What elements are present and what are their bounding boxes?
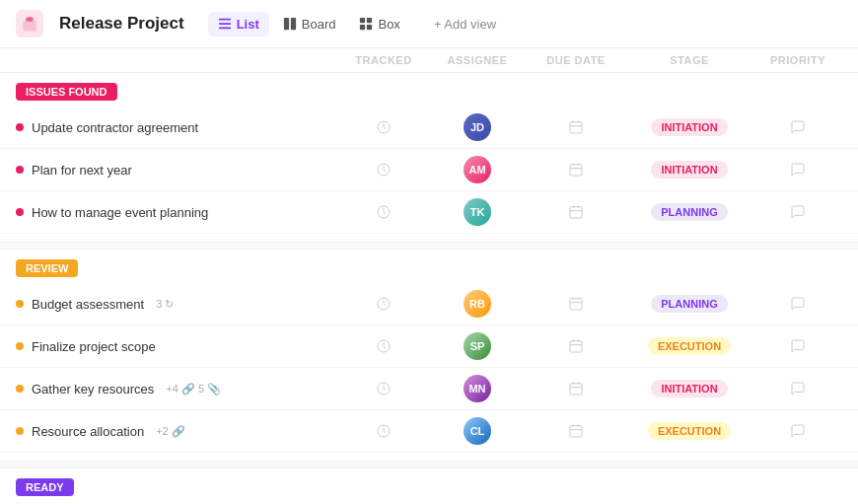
priority-cell [753, 162, 842, 178]
task-label: Gather key resources [32, 382, 154, 396]
task-label: How to manage event planning [32, 205, 208, 220]
due-date-cell [527, 381, 625, 396]
section-badge-ready: READY [16, 478, 74, 496]
svg-rect-5 [284, 18, 289, 30]
task-meta: +2 🔗 [156, 425, 185, 438]
stage-cell: INITIATION [625, 161, 753, 179]
main-content: ISSUES FOUND Update contractor agreement… [0, 73, 858, 504]
table-row[interactable]: Update contractor agreement JD INITIATIO… [0, 107, 858, 149]
table-row[interactable]: Finalize project scope SP EXECUTION [0, 325, 858, 368]
tracked-cell [339, 296, 428, 312]
dot-icon [16, 342, 24, 350]
due-date-cell [527, 338, 625, 354]
task-name: How to manage event planning [16, 205, 339, 220]
header: Release Project List Board Box + Add vie… [0, 0, 858, 48]
assignee-cell: RB [428, 290, 527, 318]
stage-cell: PLANNING [625, 203, 753, 221]
stage-badge: EXECUTION [648, 422, 731, 440]
tracked-cell [339, 381, 428, 396]
table-row[interactable]: Budget assessment 3 ↻ RB PLANNING [0, 283, 858, 325]
tab-list-label: List [237, 17, 259, 32]
section-header-issues: ISSUES FOUND [0, 73, 858, 107]
svg-rect-9 [360, 25, 365, 30]
priority-cell [753, 381, 842, 396]
table-row[interactable]: How to manage event planning TK PLANNING [0, 191, 858, 234]
svg-rect-2 [219, 19, 231, 21]
assignee-cell: TK [428, 198, 527, 226]
tracked-cell [339, 162, 428, 178]
section-header-review: REVIEW [0, 250, 858, 283]
dot-icon [16, 385, 24, 393]
svg-rect-10 [367, 25, 372, 30]
col-due-date: DUE DATE [527, 54, 625, 66]
logo-icon [16, 10, 43, 37]
tracked-cell [339, 338, 428, 354]
priority-cell [753, 338, 842, 354]
section-badge-issues: ISSUES FOUND [16, 83, 117, 101]
assignee-cell: JD [428, 113, 527, 141]
col-assignee: ASSIGNEE [428, 54, 527, 66]
avatar: RB [464, 290, 491, 318]
task-name: Gather key resources +4 🔗 5 📎 [16, 382, 339, 396]
avatar: MN [464, 375, 491, 402]
task-name: Resource allocation +2 🔗 [16, 424, 339, 439]
assignee-cell: SP [428, 332, 527, 360]
dot-icon [16, 166, 24, 174]
task-label: Resource allocation [32, 424, 144, 439]
table-row[interactable]: Gather key resources +4 🔗 5 📎 MN INITIAT… [0, 368, 858, 410]
stage-badge: EXECUTION [648, 337, 731, 355]
due-date-cell [527, 119, 625, 135]
due-date-cell [527, 204, 625, 220]
tab-list[interactable]: List [208, 12, 269, 36]
tracked-cell [339, 204, 428, 220]
table-row[interactable]: Resource allocation +2 🔗 CL EXECUTION [0, 410, 858, 453]
avatar: CL [464, 417, 491, 445]
stage-badge: INITIATION [651, 118, 727, 136]
task-name: Budget assessment 3 ↻ [16, 297, 339, 312]
svg-rect-8 [367, 18, 372, 23]
nav-tabs: List Board Box [208, 12, 410, 36]
assignee-cell: AM [428, 156, 527, 183]
svg-rect-27 [570, 299, 582, 310]
avatar: TK [464, 198, 491, 226]
stage-cell: INITIATION [625, 118, 753, 136]
stage-badge: INITIATION [651, 380, 727, 397]
col-priority: PRIORITY [753, 54, 842, 66]
svg-rect-4 [219, 28, 231, 30]
add-view-label: + Add view [434, 17, 496, 32]
svg-rect-22 [570, 207, 582, 218]
due-date-cell [527, 296, 625, 312]
task-meta: 3 ↻ [156, 298, 174, 311]
project-title: Release Project [59, 14, 184, 34]
col-tracked: TRACKED [339, 54, 428, 66]
column-headers: TRACKED ASSIGNEE DUE DATE STAGE PRIORITY [0, 48, 858, 73]
priority-cell [753, 204, 842, 220]
stage-cell: INITIATION [625, 380, 753, 397]
due-date-cell [527, 423, 625, 439]
add-view-button[interactable]: + Add view [426, 12, 504, 36]
table-row[interactable]: Plan for next year AM INITIATION [0, 149, 858, 191]
avatar: AM [464, 156, 491, 183]
col-stage: STAGE [625, 54, 753, 66]
dot-icon [16, 300, 24, 308]
task-name: Finalize project scope [16, 339, 339, 354]
section-badge-review: REVIEW [16, 259, 78, 277]
stage-badge: PLANNING [651, 295, 727, 313]
task-name: Plan for next year [16, 163, 339, 178]
svg-rect-3 [219, 23, 231, 25]
task-label: Finalize project scope [32, 339, 156, 354]
tab-box[interactable]: Box [349, 12, 409, 36]
dot-icon [16, 208, 24, 216]
priority-cell [753, 119, 842, 135]
section-review: REVIEW Budget assessment 3 ↻ RB PLANNING [0, 250, 858, 453]
task-meta: +4 🔗 5 📎 [166, 383, 221, 396]
avatar: JD [464, 113, 491, 141]
col-task [16, 54, 339, 66]
stage-cell: PLANNING [625, 295, 753, 313]
svg-rect-0 [23, 21, 36, 32]
svg-rect-6 [291, 18, 296, 30]
dot-icon [16, 123, 24, 131]
tab-board[interactable]: Board [273, 12, 346, 36]
tracked-cell [339, 119, 428, 135]
task-label: Budget assessment [32, 297, 144, 312]
